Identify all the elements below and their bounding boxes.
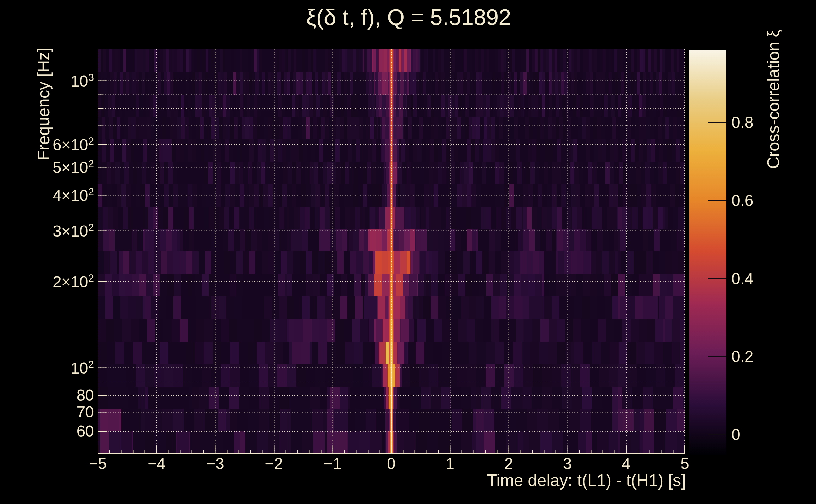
colorbar-tick-label: 0.2 — [732, 349, 754, 364]
colorbar-tick-line — [708, 278, 727, 279]
colorbar-tick-label: 0.6 — [732, 193, 754, 209]
page: { "page": { "background": "#000000", "te… — [0, 0, 816, 504]
colorbar-tick-label: 0.4 — [732, 271, 754, 287]
colorbar-tick-line — [708, 434, 727, 435]
colorbar-ticks: 0.80.60.40.20 — [0, 0, 816, 504]
colorbar-tick-label: 0.8 — [732, 115, 754, 130]
colorbar-tick-line — [708, 356, 727, 357]
colorbar-tick-line — [708, 122, 727, 123]
colorbar-tick-line — [708, 200, 727, 201]
colorbar-tick-label: 0 — [732, 427, 740, 443]
